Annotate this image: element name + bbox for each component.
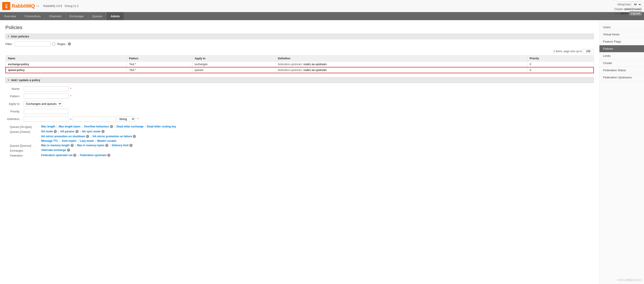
max-in-memory-length-help-icon[interactable]: ? xyxy=(70,144,74,147)
nav-overview[interactable]: Overview xyxy=(0,12,20,20)
filter-row: Filter: Regex ? xyxy=(5,42,594,46)
nav-admin[interactable]: Admin xyxy=(106,12,124,20)
definition-row: Definition: = String Number Boolean List xyxy=(5,115,140,123)
nav-exchanges[interactable]: Exchanges xyxy=(66,12,88,20)
nav-channels[interactable]: Channels xyxy=(45,12,66,20)
name-label: Name: xyxy=(5,85,22,92)
user-policies-section-header[interactable]: ▼ User policies xyxy=(5,34,594,39)
quick-ha-params[interactable]: HA params xyxy=(60,130,74,133)
quick-master-locator[interactable]: Master Locator xyxy=(97,139,116,142)
form-table: Name: * Pattern: * Apply to: xyxy=(5,85,140,123)
queues-classic-label2 xyxy=(10,134,41,135)
ha-sync-help-icon[interactable]: ? xyxy=(102,130,104,133)
top-bar-right: Refreshed 2021-06-11 10:09:32 Refresh ev… xyxy=(559,0,642,16)
queues-quorum-links: Max in memory length ? | Max in memory b… xyxy=(41,144,132,147)
quick-dead-letter-exchange[interactable]: Dead letter exchange xyxy=(116,125,144,128)
queues-quorum-label: Queues [Quorum] xyxy=(10,144,41,148)
col-name: Name xyxy=(6,56,127,62)
ha-mirror-shutdown-help-icon[interactable]: ? xyxy=(86,135,89,138)
quick-max-length-bytes[interactable]: Max length bytes xyxy=(59,125,80,128)
nav-connections[interactable]: Connections xyxy=(20,12,45,20)
def-required: * xyxy=(137,117,138,121)
quick-ha-mirror-shutdown[interactable]: HA mirror promotion on shutdown xyxy=(41,135,85,138)
policy-definition-cell: federation-upstream: node1-as-upstream xyxy=(276,67,527,73)
page-size-input[interactable] xyxy=(583,49,594,54)
erlang-version: Erlang 21.3 xyxy=(65,4,78,8)
pattern-required: * xyxy=(70,94,71,98)
queues-classic-label3 xyxy=(10,139,41,140)
ha-params-help-icon[interactable]: ? xyxy=(76,130,78,133)
sidebar-item-federation-upstreams[interactable]: Federation Upstreams xyxy=(600,74,644,81)
quick-ha-sync-mode[interactable]: HA sync mode xyxy=(82,130,100,133)
section-collapse-arrow: ▼ xyxy=(8,35,10,38)
table-row[interactable]: exchange-policy ^fed.* exchanges federat… xyxy=(6,62,594,68)
vhost-select[interactable]: All / xyxy=(632,2,642,7)
user-label: User xyxy=(614,12,619,15)
top-bar-left: 🐰 RabbitMQ TM RabbitMQ 3.8.8 Erlang 21.3 xyxy=(2,2,78,10)
max-in-memory-bytes-help-icon[interactable]: ? xyxy=(105,144,108,147)
add-policy-form: Name: * Pattern: * Apply to: xyxy=(5,85,594,157)
ha-mirror-failure-help-icon[interactable]: ? xyxy=(133,135,136,138)
cluster-value: rabbit@node1 xyxy=(624,8,642,11)
quick-delivery-limit[interactable]: Delivery limit xyxy=(112,144,129,147)
add-policy-title: Add / update a policy xyxy=(11,78,40,82)
policy-name-link[interactable]: queue-policy xyxy=(8,68,25,72)
federation-upstream-set-help-icon[interactable]: ? xyxy=(73,154,76,157)
quick-max-in-memory-length[interactable]: Max in memory length xyxy=(41,144,70,147)
quick-max-length[interactable]: Max length xyxy=(41,125,55,128)
logout-button[interactable]: Log out xyxy=(629,12,642,16)
quick-links-section: Queues [All types] Max length | Max leng… xyxy=(10,125,594,157)
queues-all-row: Queues [All types] Max length | Max leng… xyxy=(10,125,594,128)
sidebar-item-cluster[interactable]: Cluster xyxy=(600,60,644,67)
name-row: Name: * xyxy=(5,85,140,92)
quick-ha-mode[interactable]: HA mode xyxy=(41,130,53,133)
apply-select[interactable]: Exchanges and queues Exchanges Queues xyxy=(24,101,62,106)
quick-lazy-mode[interactable]: Lazy mode xyxy=(80,139,94,142)
quick-dead-letter-routing-key[interactable]: Dead letter routing key xyxy=(147,125,176,128)
apply-to-row: Apply to: Exchanges and queues Exchanges… xyxy=(5,100,140,108)
exchanges-row: Exchanges Alternate exchange ? xyxy=(10,148,594,152)
policy-name-cell: queue-policy xyxy=(6,67,127,73)
def-val-input[interactable] xyxy=(73,116,115,122)
regex-label: Regex xyxy=(57,42,66,46)
exchanges-links: Alternate exchange ? xyxy=(41,148,70,152)
def-type-select[interactable]: String Number Boolean List xyxy=(117,116,135,122)
cluster-label: Cluster xyxy=(614,8,623,11)
def-key-input[interactable] xyxy=(24,116,68,122)
filter-input[interactable] xyxy=(14,42,50,46)
quick-max-in-memory-bytes[interactable]: Max in memory bytes xyxy=(77,144,104,147)
sidebar-item-virtual-hosts[interactable]: Virtual Hosts xyxy=(600,31,644,38)
quick-overflow-behaviour[interactable]: Overflow behaviour xyxy=(84,125,109,128)
quick-federation-upstream[interactable]: Federation upstream xyxy=(80,154,106,157)
alternate-exchange-help-icon[interactable]: ? xyxy=(67,148,70,152)
pattern-input[interactable] xyxy=(24,94,68,99)
sidebar-item-users[interactable]: Users xyxy=(600,24,644,31)
quick-message-ttl[interactable]: Message TTL xyxy=(41,139,58,142)
queues-all-label: Queues [All types] xyxy=(10,125,41,128)
policy-name-cell: exchange-policy xyxy=(6,62,127,68)
policy-name-link[interactable]: exchange-policy xyxy=(8,63,29,66)
rabbitmq-version: RabbitMQ 3.8.8 xyxy=(43,4,62,8)
nav-queues[interactable]: Queues xyxy=(88,12,107,20)
sidebar-item-feature-flags[interactable]: Feature Flags xyxy=(600,38,644,45)
quick-ha-mirror-failure[interactable]: HA mirror promotion on failure xyxy=(93,135,132,138)
regex-checkbox[interactable] xyxy=(52,42,55,46)
quick-alternate-exchange[interactable]: Alternate exchange xyxy=(41,148,66,152)
refresh-select[interactable]: 5 seconds 10 seconds 30 seconds 60 secon… xyxy=(616,0,638,1)
quick-auto-expire[interactable]: Auto expire xyxy=(62,139,76,142)
sidebar-item-federation-status[interactable]: Federation Status xyxy=(600,67,644,74)
overflow-help-icon[interactable]: ? xyxy=(110,125,113,128)
ha-mode-help-icon[interactable]: ? xyxy=(54,130,57,133)
user-row: User admin Log out xyxy=(614,12,642,16)
sidebar-item-limits[interactable]: Limits xyxy=(600,52,644,60)
delivery-limit-help-icon[interactable]: ? xyxy=(130,144,132,147)
add-policy-section-header[interactable]: ▼ Add / update a policy xyxy=(5,77,594,83)
table-row[interactable]: queue-policy ^fed.* queues federation-up… xyxy=(6,67,594,73)
filter-help-icon[interactable]: ? xyxy=(68,42,71,46)
sidebar-item-policies[interactable]: Policies xyxy=(600,45,644,52)
name-required: * xyxy=(70,87,71,90)
name-input[interactable] xyxy=(24,86,68,92)
priority-input[interactable] xyxy=(24,109,68,114)
federation-upstream-help-icon[interactable]: ? xyxy=(107,154,110,157)
quick-federation-upstream-set[interactable]: Federation upstream set xyxy=(41,154,72,157)
